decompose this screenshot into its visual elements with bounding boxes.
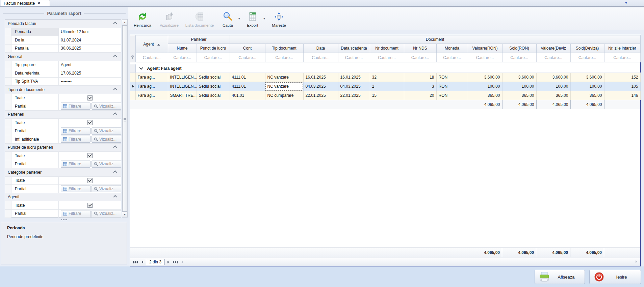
cell-valoare-ron[interactable]: 3.600,00 <box>468 73 502 82</box>
filter-cell-nume[interactable]: Cautare... <box>168 53 197 62</box>
filter-cell-nr-nds[interactable]: Cautare... <box>404 53 436 62</box>
param-value-data-referinta[interactable]: 17.06.2025 <box>59 69 121 77</box>
group-row-agent-fara-agent[interactable]: Agent: Fara agent <box>135 64 640 73</box>
vizualizare-button[interactable]: Vizualiz... <box>92 210 121 217</box>
reincarca-button[interactable]: Reincarca <box>130 9 155 28</box>
param-section-parteneri[interactable]: Parteneri <box>5 111 121 119</box>
cell-nume[interactable]: SMART TRE... <box>168 91 197 100</box>
cell-data[interactable]: 04.03.2025 <box>303 82 338 91</box>
cell-sold-ron[interactable]: 365,00 <box>502 91 536 100</box>
cell-nr-nds[interactable]: 3 <box>404 82 436 91</box>
nav-last-icon[interactable] <box>172 260 179 264</box>
checkbox-checked[interactable] <box>87 120 93 125</box>
cell-data[interactable]: 22.01.2025 <box>303 91 338 100</box>
scroll-right-icon[interactable] <box>635 260 638 264</box>
column-header-agent[interactable]: Agent <box>135 35 168 53</box>
filter-cell-data[interactable]: Cautare... <box>303 53 338 62</box>
column-header-punct-de-lucru[interactable]: Punct de lucru <box>197 44 230 53</box>
cell-moneda[interactable]: RON <box>436 73 468 82</box>
afiseaza-button[interactable]: Afiseaza <box>535 270 585 284</box>
cell-tip-document[interactable]: NC cumparare <box>265 91 303 100</box>
cell-sold-deviza[interactable]: 100,00 <box>570 82 604 91</box>
column-header-valoare-deviza[interactable]: Valoare(Deviz <box>536 44 570 53</box>
cauta-dropdown-icon[interactable]: ▼ <box>236 17 242 20</box>
param-section-agenti[interactable]: Agenti <box>5 193 121 202</box>
vizualizare-button[interactable]: Vizualiz... <box>92 127 121 135</box>
checkbox-checked[interactable] <box>87 178 93 183</box>
cell-agent[interactable]: Fara ag... <box>135 73 168 82</box>
cell-moneda[interactable]: RON <box>436 82 468 91</box>
band-header-document[interactable]: Document <box>230 35 640 44</box>
filter-cell-moneda[interactable]: Cautare... <box>436 53 468 62</box>
scroll-up-icon[interactable]: ▲ <box>122 20 127 25</box>
cell-tip-document[interactable]: NC vanzare <box>265 73 303 82</box>
vizualizare-button[interactable]: Vizualiz... <box>92 185 121 192</box>
filter-cell-valoare-deviza[interactable]: Cautare... <box>536 53 570 62</box>
filter-cell-punct-de-lucru[interactable]: Cautare... <box>197 53 230 62</box>
cell-sold-deviza[interactable]: 3.600,00 <box>570 73 604 82</box>
cell-valoare-ron[interactable]: 365,00 <box>468 91 502 100</box>
column-header-sold-deviza[interactable]: Sold(Deviza) <box>570 44 604 53</box>
cell-valoare-ron[interactable]: 100,00 <box>468 82 502 91</box>
tab-facturi-nesoldate[interactable]: Facturi nesoldate ✕ <box>1 0 50 6</box>
filtrare-button[interactable]: Filtrare <box>61 185 91 192</box>
vizualizare-button[interactable]: Vizualiz... <box>92 161 121 168</box>
band-header-partener[interactable]: Partener <box>168 35 230 44</box>
cell-nr-document[interactable]: 15 <box>370 91 404 100</box>
cell-valoare-deviza[interactable]: 3.600,00 <box>536 73 570 82</box>
chevron-up-icon[interactable] <box>113 170 117 174</box>
column-header-moneda[interactable]: Moneda <box>436 44 468 53</box>
filtrare-button[interactable]: Filtrare <box>61 161 91 168</box>
cell-cont[interactable]: 4111.01 <box>230 82 265 91</box>
cell-nume[interactable]: INTELLIGEN... <box>168 82 197 91</box>
param-section-general[interactable]: General <box>5 53 121 61</box>
filter-cell-valoare-ron[interactable]: Cautare... <box>468 53 502 62</box>
scroll-left-icon[interactable] <box>180 260 184 264</box>
param-value-perioada[interactable]: Ultimele 12 luni <box>59 28 121 36</box>
chevron-up-icon[interactable] <box>113 55 117 58</box>
nav-previous-icon[interactable] <box>140 260 144 264</box>
export-button[interactable]: Export <box>243 9 261 28</box>
cauta-button[interactable]: Cauta <box>219 9 236 28</box>
cell-data-scadenta[interactable]: 16.01.2025 <box>338 73 370 82</box>
column-header-cont[interactable]: Cont <box>230 44 265 53</box>
cell-punct-de-lucru[interactable]: Sediu social <box>197 82 230 91</box>
checkbox-checked[interactable] <box>87 153 93 158</box>
cell-nr-zile[interactable]: 105 <box>604 82 640 91</box>
cell-punct-de-lucru[interactable]: Sediu social <box>197 91 230 100</box>
cell-sold-ron[interactable]: 100,00 <box>502 82 536 91</box>
param-section-categorie-partener[interactable]: Categorie partener <box>5 168 121 177</box>
vizualizare-button[interactable]: Vizualiz... <box>92 103 121 110</box>
filter-cell-nr-document[interactable]: Cautare... <box>370 53 404 62</box>
cell-tip-document-focused[interactable]: NC vanzare <box>265 82 303 91</box>
param-value-de-la[interactable]: 01.07.2024 <box>59 36 121 44</box>
filter-cell-sold-deviza[interactable]: Cautare... <box>570 53 604 62</box>
export-dropdown-icon[interactable]: ▼ <box>261 17 267 20</box>
chevron-up-icon[interactable] <box>113 195 117 199</box>
vizualizare-button[interactable]: Vizualiz... <box>92 136 121 143</box>
scroll-down-icon[interactable]: ▼ <box>122 211 127 217</box>
filter-cell-cont[interactable]: Cautare... <box>230 53 265 62</box>
column-header-valoare-ron[interactable]: Valoare(RON) <box>468 44 502 53</box>
cell-nr-nds[interactable]: 20 <box>404 91 436 100</box>
cell-data-scadenta[interactable]: 04.03.2025 <box>338 82 370 91</box>
column-header-nr-zile-intarziere[interactable]: Nr. zile intarzier <box>604 44 640 53</box>
filter-cell-data-scadenta[interactable]: Cautare... <box>338 53 370 62</box>
cell-nume[interactable]: INTELLIGEN... <box>168 73 197 82</box>
column-header-data-scadenta[interactable]: Data scadenta <box>338 44 370 53</box>
panel-splitter[interactable] <box>1 218 128 222</box>
iesire-button[interactable]: Iesire <box>589 270 641 284</box>
param-value-tip-split-tva[interactable]: -------- <box>59 78 121 86</box>
tab-close-icon[interactable]: ✕ <box>37 1 40 5</box>
filtrare-button[interactable]: Filtrare <box>61 103 91 110</box>
cell-nr-nds[interactable]: 18 <box>404 73 436 82</box>
cell-nr-zile[interactable]: 146 <box>604 91 640 100</box>
cell-valoare-deviza[interactable]: 365,00 <box>536 91 570 100</box>
chevron-up-icon[interactable] <box>113 88 117 91</box>
cell-agent[interactable]: Fara ag... <box>135 91 168 100</box>
chevron-up-icon[interactable] <box>113 113 117 116</box>
filter-cell-sold-ron[interactable]: Cautare... <box>502 53 536 62</box>
cell-moneda[interactable]: RON <box>436 91 468 100</box>
nav-next-icon[interactable] <box>166 260 170 264</box>
param-section-perioada-facturi[interactable]: Perioada facturi <box>5 20 121 28</box>
